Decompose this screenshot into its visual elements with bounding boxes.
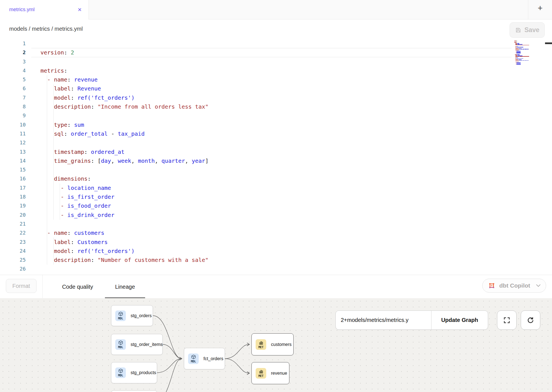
badge-label: MDL	[118, 317, 123, 320]
line-number: 17	[0, 183, 26, 192]
gutter: 1234567891011121314151617181920212223242…	[0, 39, 26, 274]
node-label: stg_order_items	[131, 342, 168, 347]
code-line[interactable]: - is_food_order	[31, 201, 512, 210]
tab-lineage[interactable]: Lineage	[105, 275, 145, 298]
code-line[interactable]: label: Revenue	[31, 84, 512, 93]
indent-guide	[53, 238, 54, 265]
line-number: 23	[0, 238, 26, 247]
line-number: 1	[0, 39, 26, 48]
refresh-button[interactable]	[521, 310, 540, 330]
metric-badge: MET	[256, 339, 266, 350]
model-badge: MDL	[115, 339, 126, 350]
line-number: 2	[0, 48, 26, 57]
code-line[interactable]: - name: revenue	[31, 75, 512, 84]
code-line[interactable]	[31, 138, 512, 147]
dbt-copilot-icon	[488, 281, 496, 290]
lineage-node-revenue[interactable]: METrevenue	[251, 362, 289, 384]
code-line[interactable]: description: "Income from all orders les…	[31, 102, 512, 111]
minimap-line	[514, 64, 531, 65]
code-line[interactable]: sql: order_total - tax_paid	[31, 129, 512, 138]
line-number: 9	[0, 111, 26, 120]
lineage-node-fct_orders[interactable]: MDLfct_orders	[184, 348, 225, 369]
line-number: 16	[0, 174, 26, 183]
scrollbar-thumb[interactable]	[545, 42, 552, 44]
lineage-node-customers[interactable]: METcustomers	[251, 333, 294, 355]
badge-label: MET	[258, 345, 263, 349]
code-line[interactable]: model: ref('fct_orders')	[31, 247, 512, 255]
line-number: 21	[0, 219, 26, 228]
code-editor[interactable]: 1234567891011121314151617181920212223242…	[0, 39, 552, 275]
lineage-node-stg_products[interactable]: MDLstg_products	[111, 362, 157, 383]
code-line[interactable]	[31, 111, 512, 120]
code-line[interactable]	[31, 165, 512, 174]
indent-guide	[47, 75, 47, 265]
code-line[interactable]: dimensions:	[31, 174, 512, 183]
line-number: 10	[0, 120, 26, 129]
code-lines[interactable]: version: 2metrics: - name: revenue label…	[31, 39, 512, 274]
code-line[interactable]: model: ref('fct_orders')	[31, 93, 512, 102]
fullscreen-button[interactable]	[497, 310, 517, 330]
tab-metrics-yml[interactable]: metrics.yml ✕	[0, 0, 89, 20]
code-line[interactable]: - is_first_order	[31, 192, 512, 201]
lineage-graph[interactable]: MDLstg_ordersMDLstg_order_itemsMDLstg_pr…	[0, 298, 552, 392]
code-line[interactable]	[31, 39, 512, 48]
code-line[interactable]: - location_name	[31, 183, 512, 192]
tab-code-quality-label: Code quality	[62, 284, 93, 290]
code-line[interactable]: metrics:	[31, 66, 512, 75]
badge-label: MDL	[191, 360, 196, 363]
code-line[interactable]	[31, 219, 512, 228]
lineage-selector-input[interactable]: 2+models/metrics/metrics.y	[336, 311, 431, 329]
line-number: 4	[0, 66, 26, 75]
line-number: 20	[0, 211, 26, 219]
code-line[interactable]: version: 2	[31, 48, 512, 57]
badge-label: MET	[258, 374, 263, 377]
fullscreen-icon	[503, 317, 510, 324]
update-graph-button[interactable]: Update Graph	[431, 311, 488, 329]
dbt-copilot-label: dbt Copilot	[499, 282, 532, 289]
node-label: revenue	[271, 371, 293, 376]
code-line[interactable]: label: Customers	[31, 238, 512, 247]
code-line[interactable]: - is_drink_order	[31, 211, 512, 219]
model-badge: MDL	[188, 353, 199, 364]
format-button[interactable]: Format	[6, 279, 37, 293]
node-label: customers	[271, 342, 297, 347]
close-icon[interactable]: ✕	[78, 7, 82, 12]
node-label: stg_orders	[131, 313, 157, 318]
lineage-node-stg_orders[interactable]: MDLstg_orders	[111, 305, 153, 326]
new-tab-zone: +	[528, 0, 552, 20]
save-label: Save	[524, 26, 539, 34]
line-number: 24	[0, 247, 26, 255]
line-number: 12	[0, 138, 26, 147]
node-label: stg_products	[131, 370, 162, 375]
line-number: 5	[0, 75, 26, 84]
line-number: 25	[0, 255, 26, 264]
format-label: Format	[12, 283, 30, 289]
line-number: 19	[0, 201, 26, 210]
code-line[interactable]	[31, 264, 512, 273]
line-number: 14	[0, 156, 26, 165]
save-icon	[515, 27, 522, 34]
code-line[interactable]: timestamp: ordered_at	[31, 147, 512, 156]
lineage-selector-group: 2+models/metrics/metrics.y Update Graph	[335, 310, 488, 330]
line-number: 7	[0, 93, 26, 102]
lineage-node-model_partial[interactable]: MDL	[111, 390, 157, 392]
code-line[interactable]	[31, 57, 512, 66]
code-line[interactable]: time_grains: [day, week, month, quarter,…	[31, 156, 512, 165]
model-badge: MDL	[115, 367, 126, 378]
code-line[interactable]: - name: customers	[31, 228, 512, 237]
refresh-icon	[527, 316, 534, 324]
code-line[interactable]: type: sum	[31, 120, 512, 129]
dbt-copilot-button[interactable]: dbt Copilot	[482, 279, 546, 293]
save-button[interactable]: Save	[510, 22, 545, 38]
code-line[interactable]: description: "Number of customers with a…	[31, 255, 512, 264]
toolbar-divider	[42, 275, 43, 298]
metric-badge: MET	[256, 368, 266, 379]
minimap[interactable]	[514, 40, 531, 65]
tab-bar: metrics.yml ✕ +	[0, 0, 552, 20]
model-badge: MDL	[115, 310, 126, 321]
tab-code-quality[interactable]: Code quality	[52, 275, 103, 298]
plus-icon[interactable]: +	[538, 4, 543, 12]
bottom-toolbar: Format Code quality Lineage dbt Copilot	[0, 275, 552, 298]
lineage-node-stg_order_items[interactable]: MDLstg_order_items	[111, 334, 163, 355]
line-number: 18	[0, 192, 26, 201]
